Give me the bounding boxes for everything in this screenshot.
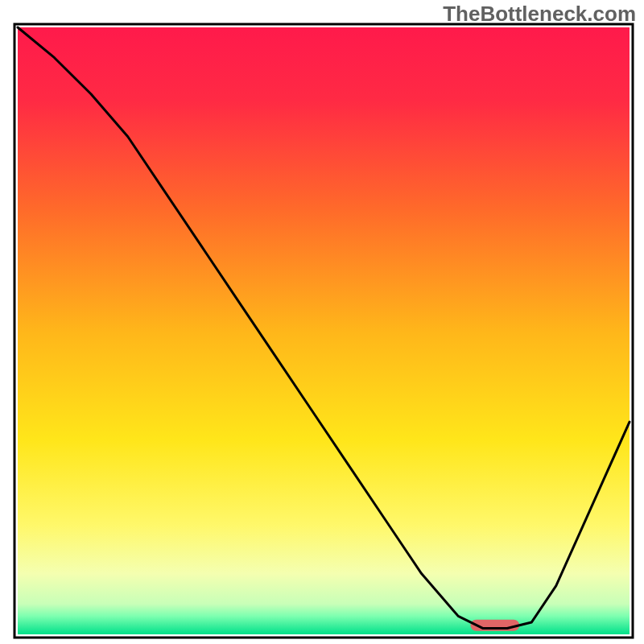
chart-container: TheBottleneck.com bbox=[0, 0, 644, 644]
watermark-text: TheBottleneck.com bbox=[443, 2, 636, 27]
plot-background bbox=[18, 27, 630, 634]
bottleneck-chart bbox=[0, 0, 644, 644]
